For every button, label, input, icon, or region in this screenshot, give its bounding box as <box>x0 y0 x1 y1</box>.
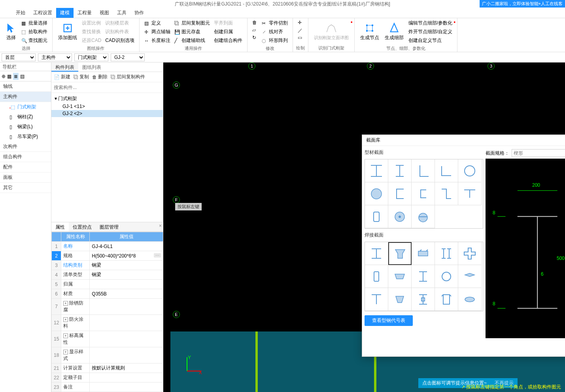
nav-category[interactable]: 面板 <box>0 172 51 183</box>
draw-line-button[interactable]: ／ <box>296 27 305 34</box>
section-shape[interactable] <box>458 265 482 288</box>
property-row[interactable]: 12+防火涂料 <box>52 315 163 331</box>
menu-tab-2[interactable]: 建模 <box>56 8 74 18</box>
gen-detail-button[interactable]: 生成细部 <box>382 19 406 45</box>
nav-category[interactable]: 组合构件 <box>0 152 51 162</box>
nav-category[interactable]: 配件 <box>0 162 51 172</box>
section-shape[interactable] <box>365 205 388 228</box>
rotate-button[interactable]: ↻ <box>251 34 259 41</box>
draw-point-button[interactable]: ✛ <box>296 19 305 26</box>
section-shape[interactable] <box>388 159 412 182</box>
restore-cad-button[interactable]: 还原CAD <box>80 36 103 45</box>
copy-member-button[interactable]: ⿻复制 <box>74 74 89 80</box>
draw-rect-button[interactable]: ▭ <box>296 34 305 41</box>
section-shape[interactable] <box>412 288 435 311</box>
close-icon[interactable]: × <box>159 223 162 229</box>
section-shape[interactable] <box>458 182 482 205</box>
tab-drawing-list[interactable]: 图纸列表 <box>78 62 105 72</box>
recog-member-button[interactable]: 识别构件表 <box>104 28 136 36</box>
mirror-button[interactable]: ▱ <box>251 27 259 34</box>
tab-properties[interactable]: 属性 <box>51 222 69 231</box>
ring-array-button[interactable]: ◌环形阵列 <box>260 36 289 45</box>
delete-button[interactable]: 🗑 <box>251 19 259 26</box>
find-element-button[interactable]: 🔍查找图元 <box>20 36 49 45</box>
section-shape[interactable] <box>388 182 412 205</box>
section-shape[interactable] <box>412 242 435 265</box>
nav-category[interactable]: 主构件 <box>0 92 51 102</box>
property-row[interactable]: 22定额子目 <box>52 373 163 383</box>
menu-tab-5[interactable]: 工具 <box>113 8 130 18</box>
tab-layers[interactable]: 图层管理 <box>96 222 123 231</box>
property-row[interactable]: 5归属 <box>52 280 163 289</box>
nav-item[interactable]: ▯吊车梁(P) <box>0 132 51 142</box>
section-shape[interactable] <box>365 265 388 288</box>
category-select[interactable]: 主构件 <box>38 53 72 61</box>
menu-tab-0[interactable]: 开始 <box>12 8 29 18</box>
floor-copy-member-button[interactable]: ⿻层间复制构件 <box>111 74 145 80</box>
section-shape[interactable] <box>458 242 482 265</box>
menu-tab-1[interactable]: 工程设置 <box>29 8 56 18</box>
type-select[interactable]: 门式刚架 <box>74 53 108 61</box>
section-shape[interactable] <box>412 159 435 182</box>
tree-leaf[interactable]: GJ-1 <11> <box>51 103 163 110</box>
property-row[interactable]: 18+显示样式 <box>52 347 163 364</box>
nav-category[interactable]: 轴线 <box>0 81 51 92</box>
define-button[interactable]: ▤定义 <box>143 19 172 27</box>
tree-root[interactable]: ▾ 门式刚架 <box>51 95 163 103</box>
nav-tool-icon[interactable]: ⊕ <box>2 74 6 79</box>
promo-banner[interactable]: 广小二搬家啦，立即体验智能+人工在线客 <box>480 0 565 8</box>
section-shape[interactable] <box>435 265 458 288</box>
section-shape[interactable] <box>412 205 435 228</box>
section-shape[interactable] <box>435 159 458 182</box>
cad-options-button[interactable]: CAD识别选项 <box>104 36 136 45</box>
line-align-button[interactable]: ⟋线对齐 <box>260 28 289 36</box>
more-icon[interactable]: ⋯ <box>154 253 161 258</box>
instance-select[interactable]: GJ-2 <box>111 53 145 61</box>
gen-node-button[interactable]: 生成节点 <box>358 19 382 45</box>
menu-tab-4[interactable]: 视图 <box>96 8 113 18</box>
tab-member-list[interactable]: 构件列表 <box>51 62 78 72</box>
part-cut-button[interactable]: ✂零件切割 <box>260 19 289 27</box>
section-shape[interactable] <box>365 288 388 311</box>
delete-member-button[interactable]: 🗑删除 <box>92 74 108 80</box>
floor-copy-button[interactable]: ⿻层间复制图元 <box>173 19 212 27</box>
property-row[interactable]: 4清单类型钢梁 <box>52 270 163 280</box>
two-axis-button[interactable]: ✛两点辅轴 <box>143 28 172 36</box>
steel-code-link[interactable]: 查看型钢代号表 <box>365 315 413 326</box>
nav-item[interactable]: •⬚门式刚架 <box>0 102 51 112</box>
section-shape[interactable] <box>435 182 458 205</box>
section-shape[interactable] <box>388 242 412 265</box>
property-row[interactable]: 15+标高属性 <box>52 331 163 347</box>
align-button[interactable]: 平齐到面 <box>212 19 244 27</box>
nav-category[interactable]: 次构件 <box>0 142 51 152</box>
property-row[interactable]: 3结构类别钢梁 <box>52 261 163 270</box>
section-shape[interactable] <box>412 182 435 205</box>
batch-select-button[interactable]: ▦批量选择 <box>20 19 49 27</box>
section-shape[interactable] <box>388 288 412 311</box>
section-shape[interactable] <box>435 242 458 265</box>
nav-item[interactable]: ▯钢柱(Z) <box>0 112 51 122</box>
menu-tab-6[interactable]: 协作 <box>130 8 148 18</box>
nav-tool-icon[interactable]: ≣ <box>13 73 19 80</box>
floor-select[interactable]: 首层 <box>2 53 36 61</box>
explode-node-button[interactable]: 炸开节点细部/自定义 <box>407 28 454 36</box>
nav-category[interactable]: 其它 <box>0 183 51 193</box>
nav-tool-icon[interactable]: ▦ <box>7 74 11 79</box>
section-shape[interactable] <box>458 288 482 311</box>
section-shape[interactable] <box>365 182 388 205</box>
spec-input[interactable] <box>512 149 565 157</box>
edit-node-button[interactable]: 编辑节点细部/参数化 <box>407 19 454 27</box>
recog-portal-button[interactable]: 识别刚架立面详图 <box>312 19 351 44</box>
search-input[interactable] <box>53 84 161 91</box>
recog-floor-button[interactable]: 识别楼层表 <box>104 19 136 27</box>
length-dim-button[interactable]: ↔长度标注 <box>143 36 172 45</box>
section-shape[interactable] <box>412 265 435 288</box>
select-button[interactable]: 选择 <box>3 19 19 45</box>
property-row[interactable]: 23备注 <box>52 383 163 392</box>
section-shape[interactable] <box>388 205 412 228</box>
property-row[interactable]: 6材质Q355B <box>52 289 163 299</box>
create-custom-node-button[interactable]: 创建自定义节点 <box>407 36 454 45</box>
create-aux-button[interactable]: ╱创建辅助线 <box>173 36 212 45</box>
property-row[interactable]: 1名称GJ-4-GL1 <box>52 242 163 251</box>
nav-tool-icon[interactable]: ▤ <box>20 74 25 79</box>
